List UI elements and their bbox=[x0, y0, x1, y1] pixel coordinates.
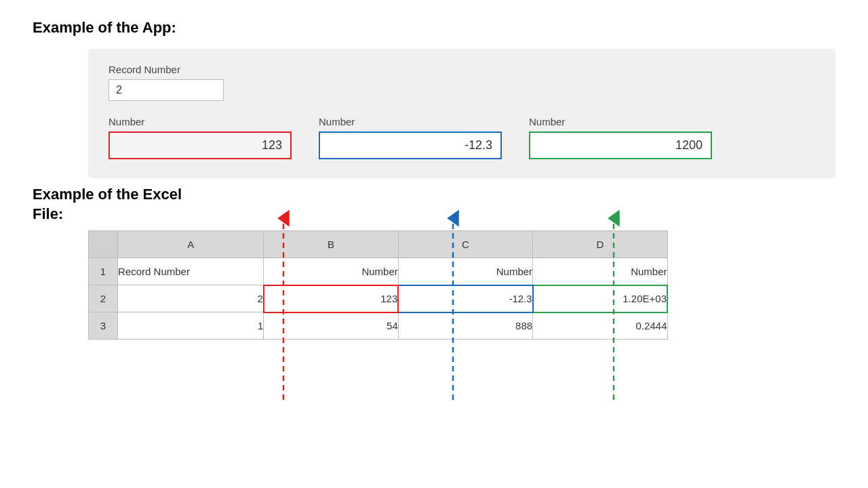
number-group-blue: Number bbox=[319, 116, 502, 159]
excel-wrapper: A B C D 1 Record Number Number Number Nu… bbox=[88, 230, 835, 340]
app-panel: Record Number Number Number Number bbox=[88, 49, 835, 178]
excel-table: A B C D 1 Record Number Number Number Nu… bbox=[88, 230, 668, 340]
cell-2c: -12.3 bbox=[398, 285, 532, 312]
cell-1c: Number bbox=[398, 258, 532, 285]
cell-3c: 888 bbox=[398, 312, 532, 340]
number-group-green: Number bbox=[529, 116, 712, 159]
corner-cell bbox=[89, 231, 118, 258]
row-num-3: 3 bbox=[89, 312, 118, 340]
record-number-label: Record Number bbox=[108, 64, 815, 75]
number-label-red: Number bbox=[108, 116, 292, 127]
table-row: 3 1 54 888 0.2444 bbox=[89, 312, 668, 340]
row-num-1: 1 bbox=[89, 258, 118, 285]
col-header-b: B bbox=[264, 231, 398, 258]
cell-3b: 54 bbox=[264, 312, 398, 340]
number-input-green[interactable] bbox=[529, 131, 712, 159]
cell-2a: 2 bbox=[118, 285, 264, 312]
number-input-blue[interactable] bbox=[319, 131, 502, 159]
cell-3d: 0.2444 bbox=[533, 312, 667, 340]
record-number-input[interactable] bbox=[108, 79, 224, 101]
main-title: Example of the App: bbox=[33, 19, 868, 37]
col-header-c: C bbox=[398, 231, 532, 258]
number-group-red: Number bbox=[108, 116, 292, 159]
col-header-a: A bbox=[118, 231, 264, 258]
number-fields-row: Number Number Number bbox=[108, 116, 815, 159]
number-label-blue: Number bbox=[319, 116, 502, 127]
cell-1d: Number bbox=[533, 258, 667, 285]
record-number-group: Record Number bbox=[108, 64, 815, 116]
table-row: 2 2 123 -12.3 1.20E+03 bbox=[89, 285, 668, 312]
row-num-2: 2 bbox=[89, 285, 118, 312]
cell-1b: Number bbox=[264, 258, 398, 285]
number-label-green: Number bbox=[529, 116, 712, 127]
cell-2d: 1.20E+03 bbox=[533, 285, 667, 312]
cell-2b: 123 bbox=[264, 285, 398, 312]
number-input-red[interactable] bbox=[108, 131, 292, 159]
excel-section-label: Example of the ExcelFile: bbox=[33, 185, 868, 224]
table-row: 1 Record Number Number Number Number bbox=[89, 258, 668, 285]
cell-1a: Record Number bbox=[118, 258, 264, 285]
cell-3a: 1 bbox=[118, 312, 264, 340]
col-header-d: D bbox=[533, 231, 667, 258]
